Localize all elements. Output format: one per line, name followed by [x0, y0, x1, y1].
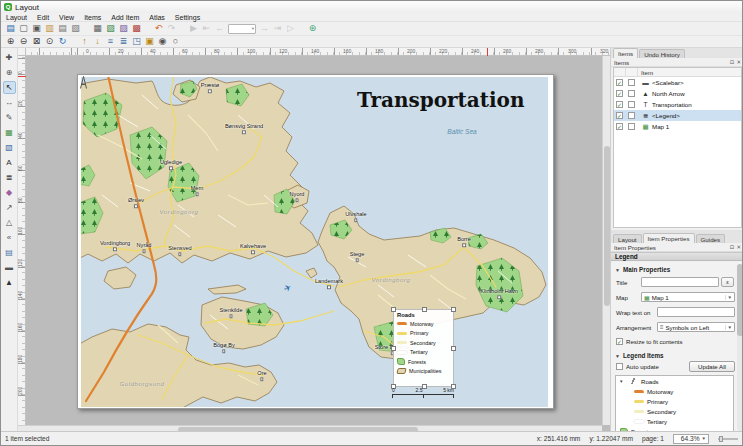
export-image-button[interactable]: ▧: [104, 23, 117, 35]
tab-items[interactable]: Items: [613, 48, 638, 58]
atlas-preview-button[interactable]: ▶: [187, 23, 200, 35]
update-all-button[interactable]: Update All: [689, 361, 735, 372]
add-map-button[interactable]: ▦: [3, 126, 16, 139]
menu-item[interactable]: Add Item: [106, 14, 144, 21]
save-project-button[interactable]: ▤: [4, 23, 17, 35]
legend-tree-row[interactable]: ▾ Motorway: [616, 386, 733, 396]
distribute-items-button[interactable]: ≣: [117, 36, 130, 48]
legend-tree-row[interactable]: ▾ Tertiary: [616, 416, 733, 426]
add-attribute-table-button[interactable]: ▤: [3, 246, 16, 259]
auto-update-checkbox-row[interactable]: Auto update: [616, 363, 659, 370]
atlas-last-button[interactable]: ⇥: [271, 23, 284, 35]
scalebar-item[interactable]: 0 2.5 5 km: [392, 387, 454, 398]
resize-to-fit-checkbox-row[interactable]: ✓ Resize to fit contents: [616, 338, 683, 345]
canvas-vscrollbar[interactable]: [602, 56, 610, 425]
tab-layout[interactable]: Layout: [613, 234, 642, 243]
visibility-checkbox[interactable]: ✓: [616, 90, 623, 97]
export-pdf-button[interactable]: ▩: [130, 23, 143, 35]
add-legend-button[interactable]: ≣: [3, 171, 16, 184]
tab-item-properties[interactable]: Item Properties: [643, 233, 695, 243]
lock-checkbox[interactable]: [628, 101, 635, 108]
menu-item[interactable]: View: [54, 14, 79, 21]
layout-canvas[interactable]: 0204060801001201401601802002202402602803…: [18, 48, 610, 433]
section-legend-items[interactable]: ▼ Legend Items: [615, 352, 664, 359]
arrangement-combo[interactable]: ≡ Symbols on Left ▼: [657, 322, 735, 332]
lock-checkbox[interactable]: [628, 79, 635, 86]
menu-item[interactable]: Atlas: [144, 14, 170, 21]
add-scalebar-button[interactable]: ▬: [3, 261, 16, 274]
atlas-next-button[interactable]: →: [258, 23, 271, 35]
atlas-first-button[interactable]: ⇤: [200, 23, 213, 35]
item-row-legend[interactable]: ✓ ≣ <Legend>: [614, 110, 741, 121]
undo-button[interactable]: ↶: [152, 23, 165, 35]
item-row-transportation[interactable]: ✓ T Transportation: [614, 99, 741, 110]
close-panel-icon[interactable]: ✕: [736, 59, 741, 65]
float-panel-icon[interactable]: ⊡: [730, 59, 735, 65]
add-arrow-button[interactable]: ↗: [3, 201, 16, 214]
selection-handle[interactable]: [422, 307, 427, 312]
close-panel-icon[interactable]: ✕: [736, 244, 741, 250]
zoom-full-button[interactable]: ⊠: [30, 36, 43, 48]
selection-handle[interactable]: [451, 346, 456, 351]
selection-handle[interactable]: [451, 307, 456, 312]
expander-icon[interactable]: ▾: [620, 378, 625, 384]
add-html-button[interactable]: «: [3, 231, 16, 244]
resize-items-button[interactable]: ◳: [130, 36, 143, 48]
zoom-out-button[interactable]: ⊖: [17, 36, 30, 48]
select-move-item-button[interactable]: ↖: [3, 81, 16, 94]
layout-manager-button[interactable]: ▥: [43, 23, 56, 35]
properties-scrollbar[interactable]: [737, 264, 743, 431]
visibility-checkbox[interactable]: ✓: [616, 101, 623, 108]
legend-tree-row[interactable]: ▾ Primary: [616, 396, 733, 406]
group-items-button[interactable]: ▣: [143, 36, 156, 48]
menu-item[interactable]: Layout: [1, 14, 32, 21]
zoom-level-combo[interactable]: 64.3% ▼: [673, 434, 709, 444]
lock-items-button[interactable]: ◉: [156, 36, 169, 48]
lock-checkbox[interactable]: [628, 112, 635, 119]
legend-tree-row[interactable]: ▾ Secondary: [616, 406, 733, 416]
zoom-slider-knob[interactable]: [719, 436, 723, 442]
data-defined-override-button[interactable]: ε: [721, 277, 734, 287]
visibility-checkbox[interactable]: ✓: [616, 79, 623, 86]
save-as-template-button[interactable]: ▤: [56, 23, 69, 35]
print-button[interactable]: ▦: [91, 23, 104, 35]
zoom-in-button[interactable]: ⊕: [4, 36, 17, 48]
menu-item[interactable]: Items: [79, 14, 106, 21]
atlas-feature-combo[interactable]: ▾: [228, 24, 256, 34]
lock-checkbox[interactable]: [628, 123, 635, 130]
zoom-slider[interactable]: [718, 438, 738, 440]
edit-nodes-button[interactable]: ✎: [3, 111, 16, 124]
item-row-north-arrow[interactable]: ✓ ▲ North Arrow: [614, 88, 741, 99]
raise-items-button[interactable]: ↑: [78, 36, 91, 48]
north-arrow-item[interactable]: [78, 75, 89, 90]
add-shape-button[interactable]: ◆: [3, 186, 16, 199]
move-item-content-button[interactable]: ↔: [3, 96, 16, 109]
tab-guides[interactable]: Guides: [696, 234, 726, 243]
workspace[interactable]: Transportation Baltic Sea ✈ Præstø Bønsv…: [26, 56, 602, 425]
item-row-scalebar[interactable]: ✓ ▬ <Scalebar>: [614, 77, 741, 88]
add-picture-button[interactable]: ▧: [3, 141, 16, 154]
print-atlas-button[interactable]: ▷: [284, 23, 297, 35]
add-label-button[interactable]: A: [3, 156, 16, 169]
legend-tree-row[interactable]: ▾ Roads: [616, 376, 733, 386]
redo-button[interactable]: ↷: [165, 23, 178, 35]
menu-item[interactable]: Settings: [170, 14, 205, 21]
checkbox[interactable]: [616, 363, 623, 370]
item-row-map1[interactable]: ✓ ▦ Map 1: [614, 121, 741, 132]
selection-handle[interactable]: [391, 307, 396, 312]
refresh-button[interactable]: ↻: [56, 36, 69, 48]
atlas-settings-button[interactable]: ⊛: [306, 23, 319, 35]
duplicate-layout-button[interactable]: ▣: [30, 23, 43, 35]
checkbox[interactable]: ✓: [616, 338, 623, 345]
pan-layout-button[interactable]: ✚: [3, 51, 16, 64]
map-combo[interactable]: ▦ Map 1 ▼: [641, 292, 735, 302]
tab-undo-history[interactable]: Undo History: [639, 49, 685, 58]
float-panel-icon[interactable]: ⊡: [730, 244, 735, 250]
new-layout-button[interactable]: ▢: [17, 23, 30, 35]
align-items-button[interactable]: ≡: [104, 36, 117, 48]
title-bar[interactable]: Q Layout: [1, 1, 742, 13]
add-north-arrow-button[interactable]: ▲: [3, 276, 16, 289]
selection-handle[interactable]: [391, 346, 396, 351]
map-title-label[interactable]: Transportation: [357, 88, 525, 112]
visibility-checkbox[interactable]: ✓: [616, 123, 623, 130]
